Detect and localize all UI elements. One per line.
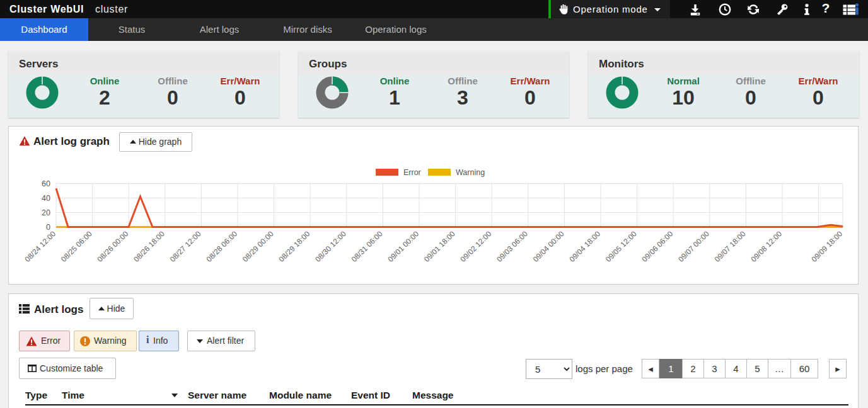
svg-text:08/28 06:00: 08/28 06:00 (204, 229, 239, 264)
svg-text:09/04 00:00: 09/04 00:00 (531, 229, 566, 264)
svg-text:Error: Error (403, 168, 421, 177)
svg-text:08/30 12:00: 08/30 12:00 (313, 229, 348, 264)
svg-text:09/06 06:00: 09/06 06:00 (640, 229, 675, 264)
svg-text:Warning: Warning (456, 168, 485, 177)
svg-text:09/04 18:00: 09/04 18:00 (567, 229, 602, 264)
svg-text:09/09 18:00: 09/09 18:00 (809, 229, 844, 264)
svg-text:60: 60 (42, 179, 50, 188)
svg-text:08/29 00:00: 08/29 00:00 (241, 229, 275, 264)
svg-text:09/03 06:00: 09/03 06:00 (495, 229, 529, 264)
svg-text:20: 20 (42, 208, 50, 217)
svg-text:09/08 12:00: 09/08 12:00 (749, 229, 784, 264)
svg-text:08/24 12:00: 08/24 12:00 (23, 229, 57, 264)
svg-text:09/07 00:00: 09/07 00:00 (676, 229, 711, 264)
svg-text:08/29 18:00: 08/29 18:00 (277, 229, 312, 264)
svg-text:09/02 12:00: 09/02 12:00 (459, 229, 494, 264)
svg-text:09/01 18:00: 09/01 18:00 (422, 229, 457, 264)
svg-text:08/26 00:00: 08/26 00:00 (96, 229, 130, 264)
svg-text:08/27 12:00: 08/27 12:00 (168, 229, 203, 264)
svg-text:09/05 12:00: 09/05 12:00 (604, 229, 639, 264)
svg-text:08/31 06:00: 08/31 06:00 (350, 229, 385, 264)
svg-text:09/01 00:00: 09/01 00:00 (386, 229, 420, 264)
svg-text:08/25 06:00: 08/25 06:00 (59, 229, 94, 264)
svg-text:08/26 18:00: 08/26 18:00 (132, 229, 166, 264)
svg-text:09/07 18:00: 09/07 18:00 (713, 229, 748, 264)
svg-text:40: 40 (42, 194, 50, 203)
